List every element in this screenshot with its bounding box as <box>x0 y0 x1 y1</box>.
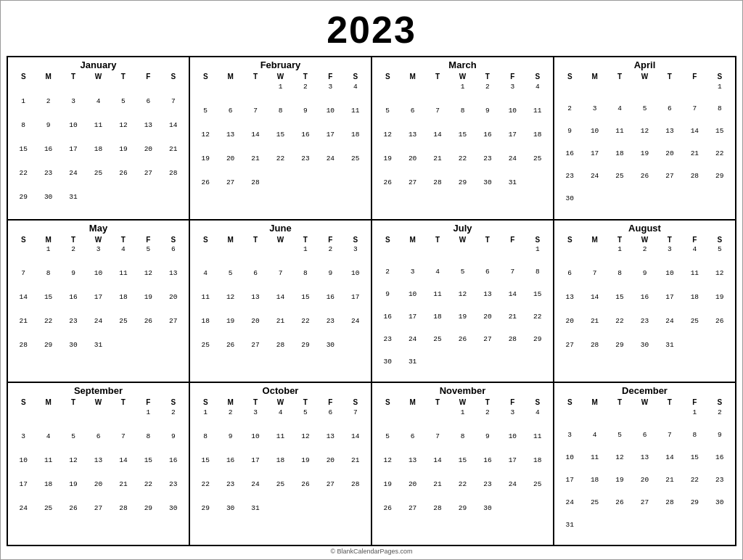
day-cell <box>193 364 218 379</box>
day-cell: 30 <box>36 192 60 216</box>
month-name: April <box>557 59 732 70</box>
day-cell: 2 <box>318 244 342 268</box>
day-cell <box>86 81 110 96</box>
day-header: S <box>707 398 732 407</box>
day-cell: 18 <box>582 474 607 497</box>
month-name: July <box>375 223 550 234</box>
days-grid: 1234567891011121314151617181920212223242… <box>11 244 186 379</box>
day-cell: 9 <box>61 268 86 292</box>
day-cell: 26 <box>61 503 86 527</box>
day-cell <box>500 503 525 527</box>
month-name: March <box>375 59 550 70</box>
day-cell: 14 <box>682 126 707 149</box>
day-cell <box>111 192 136 216</box>
day-cell: 18 <box>268 455 292 479</box>
days-grid: 1234567891011121314151617181920212223242… <box>375 244 550 379</box>
day-cell: 15 <box>707 126 732 149</box>
day-cell: 4 <box>525 81 550 105</box>
day-cell: 1 <box>193 407 218 431</box>
day-cell: 24 <box>343 316 368 340</box>
day-cell: 10 <box>500 431 525 455</box>
day-cell: 8 <box>525 267 550 289</box>
day-cell <box>525 503 550 527</box>
day-header: F <box>500 72 525 81</box>
day-cell: 8 <box>136 431 160 455</box>
day-cell: 29 <box>525 334 550 356</box>
day-cell <box>11 407 36 431</box>
day-cell: 23 <box>61 316 86 340</box>
day-cell <box>136 192 160 216</box>
day-header: F <box>136 72 160 81</box>
day-cell <box>607 407 632 429</box>
day-headers: SMTWTFS <box>375 72 550 81</box>
day-cell: 3 <box>557 429 582 452</box>
day-cell: 17 <box>657 292 682 316</box>
day-header: M <box>582 235 607 244</box>
day-header: T <box>111 72 136 81</box>
day-cell <box>111 407 136 431</box>
day-cell: 19 <box>218 316 242 340</box>
day-cell: 9 <box>161 431 186 455</box>
day-cell: 25 <box>193 340 218 364</box>
day-cell: 9 <box>293 105 318 129</box>
day-cell <box>243 81 268 105</box>
day-header: S <box>375 72 400 81</box>
day-cell <box>61 364 86 379</box>
day-cell: 15 <box>450 455 475 479</box>
day-cell: 13 <box>318 431 342 455</box>
day-header: M <box>36 235 60 244</box>
day-cell: 20 <box>400 479 424 503</box>
day-cell: 15 <box>525 289 550 312</box>
day-cell <box>557 407 582 429</box>
day-cell: 19 <box>707 292 732 316</box>
day-cell: 22 <box>450 153 475 177</box>
day-header: F <box>682 398 707 407</box>
day-cell: 3 <box>11 431 36 455</box>
day-cell: 16 <box>707 452 732 474</box>
day-cell: 28 <box>161 168 186 192</box>
day-cell: 19 <box>375 479 400 503</box>
day-cell <box>425 244 450 267</box>
day-cell: 7 <box>657 429 682 452</box>
month-block-november: NovemberSMTWTFS1234567891011121314151617… <box>372 382 554 545</box>
day-cell <box>400 201 424 216</box>
day-cell: 2 <box>707 407 732 429</box>
day-cell: 7 <box>268 268 292 292</box>
month-name: October <box>193 385 368 396</box>
day-cell: 28 <box>11 340 36 364</box>
day-header: S <box>525 398 550 407</box>
day-cell: 21 <box>161 144 186 168</box>
day-cell: 30 <box>61 340 86 364</box>
day-header: F <box>136 235 160 244</box>
day-cell <box>293 527 318 542</box>
day-cell: 24 <box>582 171 607 194</box>
day-cell: 14 <box>161 120 186 144</box>
day-cell <box>218 364 242 379</box>
day-cell: 27 <box>318 479 342 503</box>
day-cell: 14 <box>582 292 607 316</box>
day-cell: 7 <box>161 96 186 120</box>
day-cell: 13 <box>161 268 186 292</box>
day-cell: 15 <box>682 452 707 474</box>
day-cell <box>475 201 500 216</box>
day-cell: 16 <box>375 311 400 334</box>
day-header: S <box>343 235 368 244</box>
day-cell: 10 <box>500 105 525 129</box>
day-cell: 18 <box>193 316 218 340</box>
day-header: S <box>557 235 582 244</box>
day-cell: 6 <box>400 105 424 129</box>
day-cell: 1 <box>525 244 550 267</box>
day-cell <box>607 519 632 542</box>
day-cell <box>582 364 607 379</box>
day-cell: 8 <box>450 431 475 455</box>
day-cell: 21 <box>682 149 707 171</box>
day-cell: 25 <box>86 168 110 192</box>
day-cell: 25 <box>111 316 136 340</box>
days-grid: 1234567891011121314151617181920212223242… <box>375 407 550 542</box>
day-cell: 11 <box>525 105 550 129</box>
day-header: S <box>557 398 582 407</box>
day-header: T <box>61 235 86 244</box>
day-cell <box>632 407 657 429</box>
day-header: T <box>475 398 500 407</box>
day-cell: 23 <box>632 316 657 340</box>
